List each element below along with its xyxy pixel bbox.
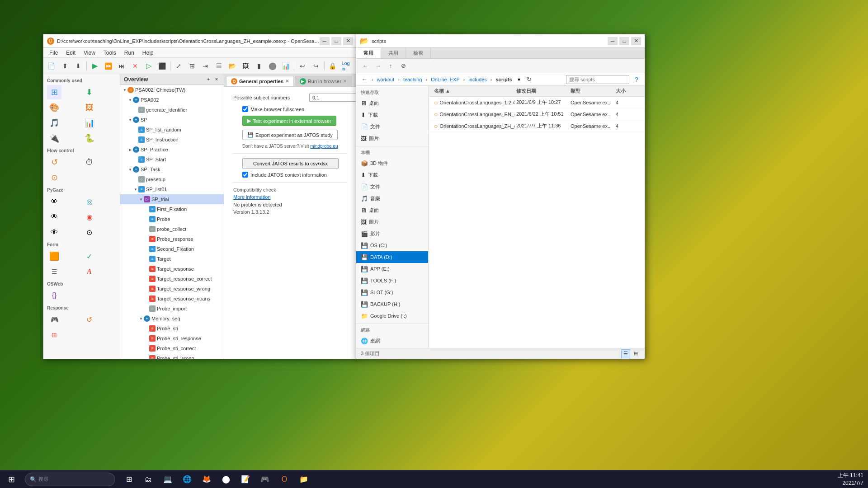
sidebar-pics-2[interactable]: 🖼 圖片 — [356, 216, 428, 228]
tree-arrow-psa002-root[interactable]: ▼ — [122, 87, 127, 93]
toolbar-open-recent-down[interactable]: ⬇ — [72, 60, 85, 72]
sidebar-icon-chart[interactable]: 📊 — [82, 116, 97, 130]
taskbar-icon-edge[interactable]: 🌐 — [178, 470, 196, 488]
menu-help[interactable]: Help — [139, 49, 157, 57]
tree-item-sp-start[interactable]: ≡ SP_Start — [120, 155, 224, 164]
tree-arrow-sp[interactable]: ▼ — [127, 117, 133, 122]
file-row-3[interactable]: ○ OrientationCrossLanguages_ZH_example 2… — [429, 120, 645, 132]
sidebar-icon-plugin[interactable]: 🔌 — [47, 131, 61, 145]
tree-item-probe-collect[interactable]: ○ probe_collect — [120, 224, 224, 234]
possible-subject-input[interactable] — [309, 94, 357, 102]
fullscreen-checkbox[interactable] — [242, 106, 248, 112]
toolbar-undo[interactable]: ↩ — [296, 60, 309, 72]
explorer-back[interactable]: ← — [360, 61, 371, 71]
sidebar-slot-g[interactable]: 💾 SLOT (G:) — [356, 286, 428, 298]
toolbar-resize[interactable]: ⊞ — [186, 60, 198, 72]
test-external-button[interactable]: ▶ Test experiment in external browser — [242, 116, 336, 126]
taskbar-icon-computer[interactable]: 💻 — [159, 470, 177, 488]
explorer-forward[interactable]: → — [373, 61, 383, 71]
toolbar-stop[interactable]: ✕ — [129, 60, 142, 72]
tree-item-psa002[interactable]: ▼ + PSA002 — [120, 95, 224, 105]
tree-item-target-response-wrong[interactable]: ≡ Target_response_wrong — [120, 284, 224, 294]
maximize-button[interactable]: □ — [331, 37, 341, 45]
tree-arrow-sp-trial[interactable]: ▼ — [138, 197, 144, 202]
minimize-button[interactable]: ─ — [320, 37, 330, 45]
sidebar-icon-table[interactable]: ⊞ — [47, 85, 61, 99]
sidebar-icon-color[interactable]: 🎨 — [47, 100, 61, 115]
toolbar-lock[interactable]: 🔒 — [326, 60, 339, 72]
tree-item-probe-sti-correct[interactable]: ≡ Probe_sti_correct — [120, 343, 224, 353]
include-context-checkbox[interactable] — [242, 172, 248, 178]
tree-item-sp-instruction[interactable]: ≡ SP_Instruction — [120, 135, 224, 145]
sidebar-icon-image[interactable]: 🖼 — [82, 100, 97, 115]
tree-item-target-response-noans[interactable]: ≡ Target_response_noans — [120, 294, 224, 304]
sidebar-icon-coroutines[interactable]: ⊙ — [47, 170, 61, 185]
tree-arrow-psa002[interactable]: ▼ — [127, 97, 133, 103]
sidebar-app-e[interactable]: 💾 APP (E:) — [356, 263, 428, 275]
toolbar-fast-forward[interactable]: ⏩ — [102, 60, 115, 72]
toolbar-redo[interactable]: ↪ — [310, 60, 322, 72]
sidebar-network-desktop[interactable]: 🌐 桌網 — [356, 335, 428, 347]
toolbar-open-recent-up[interactable]: ⬆ — [59, 60, 71, 72]
toolbar-list-view[interactable]: ☰ — [212, 60, 225, 72]
taskbar-icon-firefox[interactable]: 🦊 — [198, 470, 216, 488]
tab-run-browser[interactable]: ▶ Run in browser ✕ — [295, 76, 352, 86]
tree-item-probe-sti[interactable]: ≡ Probe_sti — [120, 324, 224, 333]
close-button[interactable]: ✕ — [343, 37, 353, 45]
breadcrumb-includes[interactable]: includes — [467, 76, 488, 83]
toolbar-folder-open[interactable]: 📂 — [226, 60, 239, 72]
sidebar-download-1[interactable]: ⬇ 下載 — [356, 109, 428, 121]
tree-item-sp[interactable]: ▼ + SP — [120, 115, 224, 125]
taskbar-icon-extra[interactable]: 📁 — [295, 470, 313, 488]
header-type[interactable]: 類型 — [569, 88, 614, 94]
more-info-link[interactable]: More information — [233, 194, 271, 200]
menu-tools[interactable]: Tools — [100, 49, 120, 57]
taskbar-search-box[interactable]: 🔍 搜尋 — [25, 473, 115, 486]
tab-close-browser[interactable]: ✕ — [343, 79, 347, 84]
tree-item-memory-seq[interactable]: ▼ + Memory_seq — [120, 314, 224, 324]
sidebar-response-3[interactable]: ⊞ — [47, 328, 61, 342]
menu-run[interactable]: Run — [121, 49, 138, 57]
explorer-maximize[interactable]: □ — [619, 37, 629, 45]
header-name[interactable]: 名稱 ▲ — [432, 88, 514, 94]
sidebar-form-1[interactable]: 🟧 — [47, 249, 61, 263]
sidebar-icon-list[interactable]: ⬇ — [82, 85, 97, 99]
sidebar-3d[interactable]: 📦 3D 物件 — [356, 157, 428, 169]
breadcrumb-online-exp[interactable]: OnLine_EXP — [429, 76, 462, 83]
tree-arrow-memory-seq[interactable]: ▼ — [138, 316, 144, 321]
explorer-help[interactable]: ? — [631, 74, 642, 85]
explorer-close[interactable]: ✕ — [631, 37, 641, 45]
breadcrumb-workout[interactable]: workout — [375, 76, 396, 83]
sidebar-pygaze-5[interactable]: 👁 — [47, 225, 61, 239]
sidebar-pygaze-2[interactable]: ◎ — [82, 194, 97, 209]
tree-item-psa002-root[interactable]: ▼ ○ PSA002: Chinese(TW) — [120, 85, 224, 95]
search-input[interactable] — [566, 75, 629, 84]
sidebar-docs-1[interactable]: 📄 文件 — [356, 121, 428, 132]
tree-item-sp-list01[interactable]: ▼ ≡ SP_list01 — [120, 184, 224, 194]
tree-arrow-sp-list01[interactable]: ▼ — [133, 187, 138, 192]
toolbar-login[interactable]: Log in — [341, 61, 355, 71]
tab-close-general[interactable]: ✕ — [285, 79, 289, 84]
taskbar-icon-opensesame[interactable]: O — [275, 470, 293, 488]
sidebar-icon-sequence[interactable]: ⏱ — [82, 155, 97, 169]
sidebar-download-2[interactable]: ⬇ 下載 — [356, 169, 428, 181]
toolbar-terminal[interactable]: ▮ — [253, 60, 265, 72]
explorer-recent[interactable]: ⊘ — [398, 61, 409, 71]
header-size[interactable]: 大小 — [614, 88, 641, 94]
toolbar-record[interactable]: ⬤ — [266, 60, 279, 72]
taskbar-icon-taskswitcher[interactable]: ⊞ — [120, 470, 138, 488]
explorer-tab-share[interactable]: 共用 — [381, 48, 406, 58]
sidebar-os-c[interactable]: 💾 OS (C:) — [356, 239, 428, 251]
sidebar-pygaze-6[interactable]: ⊙ — [82, 225, 97, 239]
toolbar-skip[interactable]: ⏭ — [115, 60, 128, 72]
sidebar-pygaze-4[interactable]: ◉ — [82, 210, 97, 224]
tree-item-target-response-correct[interactable]: ≡ Target_response_correct — [120, 274, 224, 284]
tree-item-probe-sti-response[interactable]: ≡ Probe_sti_response — [120, 333, 224, 343]
sidebar-icon-loop[interactable]: ↺ — [47, 155, 61, 169]
tree-item-probe-response[interactable]: ≡ Probe_response — [120, 234, 224, 244]
sidebar-google-drive[interactable]: 📁 Google Drive (I:) — [356, 310, 428, 322]
tree-item-first-fixation[interactable]: ≡ First_Fixation — [120, 204, 224, 214]
menu-edit[interactable]: Edit — [62, 49, 79, 57]
sidebar-response-2[interactable]: ↺ — [82, 312, 97, 327]
start-button[interactable]: ⊞ — [0, 470, 23, 488]
